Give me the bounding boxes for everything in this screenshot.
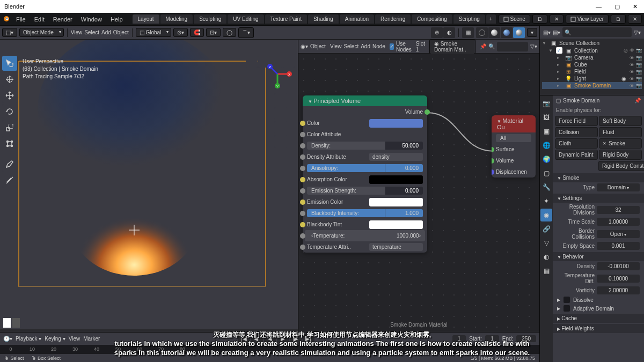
- prop-tab-object[interactable]: ▢: [540, 167, 552, 180]
- prop-tab-material[interactable]: ◐: [540, 250, 552, 263]
- view-camera-icon[interactable]: [246, 56, 258, 68]
- row-temperature-attribute[interactable]: Temperature Attri..temperature: [303, 241, 427, 253]
- row-color-attribute[interactable]: Color Attribute: [303, 129, 427, 140]
- nav-persp-icon[interactable]: [274, 135, 287, 148]
- field-resolution[interactable]: Resolution Divisions32: [553, 203, 644, 217]
- panel-settings[interactable]: Settings: [553, 194, 644, 203]
- field-border-collisions[interactable]: Border CollisionsOpen: [553, 227, 644, 241]
- phys-fluid[interactable]: Fluid: [599, 127, 642, 137]
- panel-behavior[interactable]: Behavior: [553, 252, 644, 261]
- tool-rotate[interactable]: [2, 104, 17, 119]
- tool-select-box[interactable]: [2, 56, 17, 71]
- node-menu-select[interactable]: Select: [343, 43, 358, 49]
- row-temperature[interactable]: ‹ Temperature:1000.000 ›: [305, 230, 425, 241]
- tl-menu-marker[interactable]: Marker: [83, 336, 100, 342]
- prop-tab-scene[interactable]: 🌐: [540, 139, 552, 152]
- viewlayer-delete-button[interactable]: ✕: [628, 14, 642, 24]
- panel-adaptive-domain[interactable]: ▶Adaptive Domain: [553, 304, 644, 313]
- menu-file[interactable]: File: [13, 15, 29, 24]
- prop-tab-texture[interactable]: ▦: [540, 264, 552, 277]
- node-title[interactable]: Principled Volume: [303, 95, 427, 106]
- workspace-tab-texture[interactable]: Texture Paint: [265, 14, 307, 24]
- snap-dropdown[interactable]: ⊡▾: [206, 28, 221, 37]
- workspace-tab-sculpting[interactable]: Sculpting: [194, 14, 226, 24]
- workspace-tab-add[interactable]: +: [486, 14, 496, 24]
- scene-new-button[interactable]: 🗋: [532, 14, 547, 24]
- node-material-output[interactable]: Material Ou All Surface Volume Displacem…: [492, 115, 536, 178]
- nav-gizmo[interactable]: X Y Z: [262, 59, 292, 89]
- object-mode-selector[interactable]: Object Mode: [19, 28, 64, 37]
- vp-menu-add[interactable]: Add: [101, 29, 111, 35]
- xray-toggle[interactable]: ▦: [462, 27, 474, 38]
- proportional-edit-toggle[interactable]: ◯: [223, 28, 236, 37]
- prop-tab-output[interactable]: 🖼: [540, 111, 552, 124]
- menu-render[interactable]: Render: [50, 15, 76, 24]
- prop-tab-world[interactable]: 🌍: [540, 153, 552, 166]
- overlays-toggle-icon[interactable]: ◐: [443, 27, 455, 38]
- field-empty-space[interactable]: Empty Space0.001: [553, 241, 644, 251]
- maximize-button[interactable]: ▢: [612, 3, 622, 10]
- row-density-attribute[interactable]: Density Attributedensity: [303, 151, 427, 162]
- menu-edit[interactable]: Edit: [31, 15, 48, 24]
- outliner-item-field[interactable]: ▸⊞Field👁📷: [542, 68, 642, 75]
- node-editor[interactable]: ◉▾ Object View Select Add Node ✓Use Node…: [298, 40, 539, 332]
- row-emission-color[interactable]: Emission Color: [303, 196, 427, 208]
- workspace-tab-animation[interactable]: Animation: [340, 14, 374, 24]
- shading-lookdev[interactable]: [501, 27, 513, 38]
- viewport-3d[interactable]: User Perspective (63) Collection | Smoke…: [0, 40, 298, 332]
- outliner-item-camera[interactable]: ▸📷Camera👁📷: [542, 54, 642, 61]
- node-search-input[interactable]: 🔍: [488, 43, 495, 49]
- outliner-filter[interactable]: ▽▾: [634, 29, 641, 35]
- panel-smoke[interactable]: Smoke: [553, 173, 644, 182]
- shading-wireframe[interactable]: [476, 27, 488, 38]
- material-slot[interactable]: Slot 1: [416, 41, 425, 53]
- field-density[interactable]: Density-0.00100: [553, 261, 644, 271]
- prop-tab-physics[interactable]: ◉: [540, 209, 552, 221]
- tl-menu-playback[interactable]: Playback ▾: [16, 336, 41, 342]
- outliner-collection[interactable]: ▼✓▣Collection◎👁📷: [542, 47, 642, 54]
- node-title[interactable]: Material Ou: [492, 115, 536, 132]
- node-filter-button[interactable]: ▽▾: [530, 43, 537, 49]
- editor-type-button[interactable]: ⬚▾: [2, 28, 17, 37]
- outliner-search[interactable]: 🔍: [562, 27, 632, 37]
- outliner-item-light[interactable]: ▸💡Light◉👁📷: [542, 75, 642, 82]
- tool-measure[interactable]: [2, 173, 17, 188]
- material-selector[interactable]: ◉ Smoke Domain Mat..: [429, 39, 475, 54]
- node-menu-view[interactable]: View: [330, 43, 342, 49]
- tool-cursor[interactable]: [2, 72, 17, 87]
- node-object-dropdown[interactable]: Object: [310, 43, 326, 49]
- node-menu-add[interactable]: Add: [361, 43, 370, 49]
- scene-selector[interactable]: Scene: [499, 14, 530, 24]
- node-principled-volume[interactable]: Principled Volume Volume Color Color Att…: [303, 95, 427, 253]
- orientation-selector[interactable]: ⬚ Global: [136, 28, 172, 37]
- row-absorption-color[interactable]: Absorption Color: [303, 174, 427, 185]
- outliner-scene-collection[interactable]: ▼▣Scene Collection: [542, 40, 642, 47]
- node-menu-node[interactable]: Node: [372, 43, 385, 49]
- tool-annotate[interactable]: [2, 157, 17, 172]
- panel-cache[interactable]: Cache: [553, 314, 644, 323]
- field-vorticity[interactable]: Vorticity2.00000: [553, 285, 644, 295]
- viewlayer-new-button[interactable]: 🗋: [611, 14, 626, 24]
- swatch-gray[interactable]: [12, 318, 20, 328]
- close-button[interactable]: ✕: [631, 3, 640, 10]
- field-time-scale[interactable]: Time Scale1.00000: [553, 217, 644, 227]
- workspace-tab-rendering[interactable]: Rendering: [375, 14, 411, 24]
- shading-rendered[interactable]: [513, 27, 525, 38]
- tool-transform[interactable]: [2, 136, 17, 151]
- row-anisotropy[interactable]: Anisotropy:0.000: [303, 162, 427, 174]
- phys-rigid-body-constraint[interactable]: Rigid Body Constra..: [598, 161, 644, 171]
- row-color[interactable]: Color: [303, 117, 427, 129]
- row-blackbody-tint[interactable]: Blackbody Tint: [303, 219, 427, 230]
- tool-move[interactable]: [2, 88, 17, 103]
- shading-options[interactable]: ▾: [527, 28, 537, 37]
- phys-dynamic-paint[interactable]: Dynamic Paint: [555, 150, 598, 160]
- tl-menu-keying[interactable]: Keying ▾: [45, 336, 65, 342]
- phys-force-field[interactable]: Force Field: [555, 116, 598, 126]
- prop-tab-viewlayer[interactable]: ▣: [540, 125, 552, 138]
- workspace-tab-compositing[interactable]: Compositing: [412, 14, 452, 24]
- timeline-editor-type[interactable]: 🕐▾: [3, 336, 12, 342]
- phys-collision[interactable]: Collision: [555, 127, 598, 137]
- minimize-button[interactable]: —: [594, 3, 604, 10]
- phys-rigid-body[interactable]: Rigid Body: [599, 150, 642, 160]
- nav-pan-icon[interactable]: [274, 107, 287, 120]
